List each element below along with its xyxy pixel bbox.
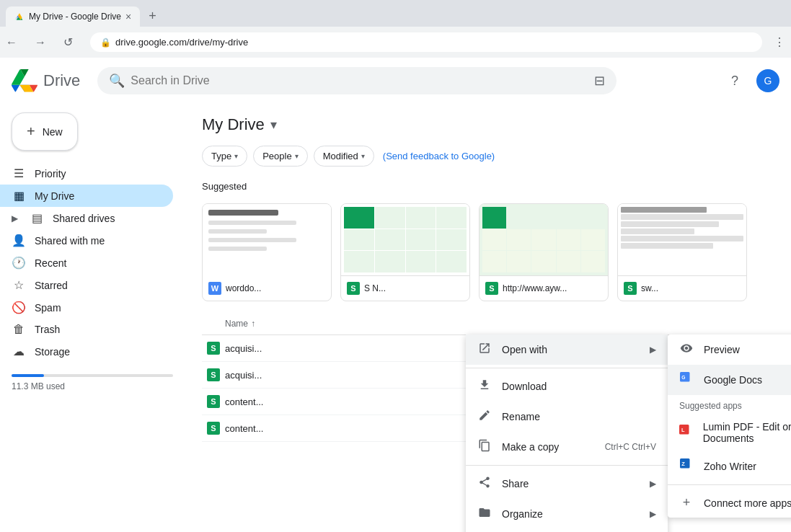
context-menu: Open with ▶ Preview G bbox=[466, 334, 668, 532]
menu-item-share[interactable]: Share ▶ bbox=[466, 469, 668, 499]
sidebar-item-shared-with-me[interactable]: 👤 Shared with me bbox=[0, 229, 173, 252]
open-with-arrow-icon: ▶ bbox=[650, 345, 656, 355]
sidebar-item-priority[interactable]: ☰ Priority bbox=[0, 162, 173, 185]
menu-divider-2 bbox=[466, 465, 668, 466]
submenu-divider bbox=[668, 484, 791, 485]
sidebar-item-recent[interactable]: 🕐 Recent bbox=[0, 252, 173, 274]
logo-text: Drive bbox=[43, 71, 80, 90]
user-avatar[interactable]: G bbox=[756, 69, 779, 92]
url-text: drive.google.com/drive/my-drive bbox=[115, 37, 248, 48]
sidebar-item-label: Recent bbox=[35, 257, 66, 269]
share-label: Share bbox=[502, 478, 529, 489]
back-button[interactable]: ← bbox=[0, 32, 23, 53]
tab-bar: My Drive - Google Drive × + bbox=[0, 0, 791, 27]
search-input[interactable] bbox=[131, 74, 588, 87]
submenu-item-google-docs[interactable]: G Google Docs bbox=[668, 365, 791, 395]
priority-icon: ☰ bbox=[12, 167, 26, 180]
my-drive-icon: ▦ bbox=[12, 189, 26, 203]
lumin-label: Lumin PDF - Edit or Sign Documents bbox=[703, 421, 791, 444]
sidebar-item-label: Storage bbox=[35, 346, 70, 358]
sidebar-item-label: Trash bbox=[35, 324, 60, 335]
google-docs-icon: G bbox=[679, 372, 694, 388]
make-copy-icon bbox=[477, 439, 492, 455]
trash-icon: 🗑 bbox=[12, 323, 26, 336]
open-with-icon bbox=[477, 342, 492, 358]
google-docs-label: Google Docs bbox=[704, 374, 762, 386]
starred-icon: ☆ bbox=[12, 278, 26, 292]
app-layout: + New ☰ Priority ▦ My Drive ▶ ▤ Shared d… bbox=[0, 104, 791, 532]
menu-item-make-copy[interactable]: Make a copy Ctrl+C Ctrl+V bbox=[466, 432, 668, 462]
reload-button[interactable]: ↺ bbox=[58, 31, 79, 53]
sidebar-item-shared-drives[interactable]: ▶ ▤ Shared drives bbox=[0, 207, 173, 229]
shared-drives-icon: ▤ bbox=[30, 211, 44, 225]
sidebar-item-my-drive[interactable]: ▦ My Drive bbox=[0, 185, 173, 207]
submenu-item-connect[interactable]: + Connect more apps bbox=[668, 488, 791, 518]
zoho-icon: Z bbox=[679, 458, 694, 474]
make-copy-shortcut: Ctrl+C Ctrl+V bbox=[605, 442, 656, 452]
browser-chrome: My Drive - Google Drive × + ← → ↺ 🔒 driv… bbox=[0, 0, 791, 58]
search-tune-icon[interactable]: ⊟ bbox=[594, 73, 605, 89]
share-icon bbox=[477, 476, 492, 492]
sidebar: + New ☰ Priority ▦ My Drive ▶ ▤ Shared d… bbox=[0, 104, 185, 532]
search-bar: 🔍 ⊟ bbox=[97, 67, 617, 94]
sidebar-item-label: Shared drives bbox=[53, 213, 115, 224]
menu-divider-1 bbox=[466, 368, 668, 368]
menu-item-file-info[interactable]: File information ▶ bbox=[466, 529, 668, 532]
organize-arrow-icon: ▶ bbox=[650, 509, 656, 519]
new-button[interactable]: + New bbox=[12, 112, 78, 151]
rename-label: Rename bbox=[502, 411, 540, 422]
organize-label: Organize bbox=[502, 508, 543, 520]
sidebar-item-starred[interactable]: ☆ Starred bbox=[0, 274, 173, 296]
header-actions: ? G bbox=[722, 68, 779, 94]
storage-info: 11.3 MB used bbox=[0, 363, 185, 400]
svg-text:Z: Z bbox=[681, 461, 685, 467]
download-label: Download bbox=[502, 381, 547, 392]
browser-settings-icon[interactable]: ⋮ bbox=[774, 35, 785, 49]
app-header: Drive 🔍 ⊟ ? G bbox=[0, 58, 791, 104]
sidebar-item-trash[interactable]: 🗑 Trash bbox=[0, 319, 173, 340]
shared-with-me-icon: 👤 bbox=[12, 234, 26, 247]
storage-used-text: 11.3 MB used bbox=[12, 381, 173, 391]
submenu-item-zoho[interactable]: Z Zoho Writer bbox=[668, 451, 791, 482]
submenu: Preview G Google Docs Suggested apps L bbox=[668, 334, 791, 518]
sidebar-item-storage[interactable]: ☁ Storage bbox=[0, 340, 173, 363]
lumin-icon: L bbox=[679, 425, 693, 440]
new-plus-icon: + bbox=[27, 123, 35, 140]
zoho-label: Zoho Writer bbox=[704, 461, 756, 472]
storage-used-bar bbox=[12, 374, 44, 377]
recent-icon: 🕐 bbox=[12, 256, 26, 270]
sidebar-item-label: Priority bbox=[35, 168, 66, 179]
open-with-label: Open with bbox=[502, 344, 547, 355]
search-inner: 🔍 ⊟ bbox=[97, 67, 617, 94]
sidebar-item-spam[interactable]: 🚫 Spam bbox=[0, 296, 173, 319]
active-tab: My Drive - Google Drive × bbox=[6, 6, 140, 27]
main-content: My Drive ▾ Type ▾ People ▾ Modified ▾ (S… bbox=[185, 104, 791, 532]
storage-bar bbox=[12, 374, 173, 377]
lock-icon: 🔒 bbox=[100, 37, 111, 48]
sidebar-item-label: Starred bbox=[35, 280, 68, 291]
storage-icon: ☁ bbox=[12, 345, 26, 358]
menu-item-rename[interactable]: Rename bbox=[466, 402, 668, 432]
submenu-item-preview[interactable]: Preview bbox=[668, 334, 791, 365]
menu-item-organize[interactable]: Organize ▶ bbox=[466, 499, 668, 529]
drive-logo-icon bbox=[12, 68, 37, 94]
help-button[interactable]: ? bbox=[722, 68, 748, 94]
address-bar: ← → ↺ 🔒 drive.google.com/drive/my-drive … bbox=[0, 27, 791, 58]
menu-item-download[interactable]: Download bbox=[466, 371, 668, 402]
url-bar[interactable]: 🔒 drive.google.com/drive/my-drive bbox=[90, 32, 762, 52]
connect-apps-icon: + bbox=[679, 495, 694, 510]
submenu-item-lumin[interactable]: L Lumin PDF - Edit or Sign Documents bbox=[668, 414, 791, 451]
drive-favicon bbox=[14, 12, 25, 22]
tab-close-button[interactable]: × bbox=[125, 11, 131, 22]
expand-arrow-icon: ▶ bbox=[12, 213, 18, 223]
search-icon: 🔍 bbox=[109, 73, 125, 89]
make-copy-label: Make a copy bbox=[502, 441, 559, 453]
new-tab-button[interactable]: + bbox=[143, 6, 162, 27]
preview-label: Preview bbox=[704, 344, 740, 355]
new-button-label: New bbox=[43, 126, 63, 138]
suggested-apps-title: Suggested apps bbox=[668, 395, 791, 414]
menu-item-open-with[interactable]: Open with ▶ Preview G bbox=[466, 334, 668, 365]
organize-icon bbox=[477, 506, 492, 522]
sidebar-item-label: Shared with me bbox=[35, 235, 105, 247]
forward-button[interactable]: → bbox=[29, 32, 52, 53]
